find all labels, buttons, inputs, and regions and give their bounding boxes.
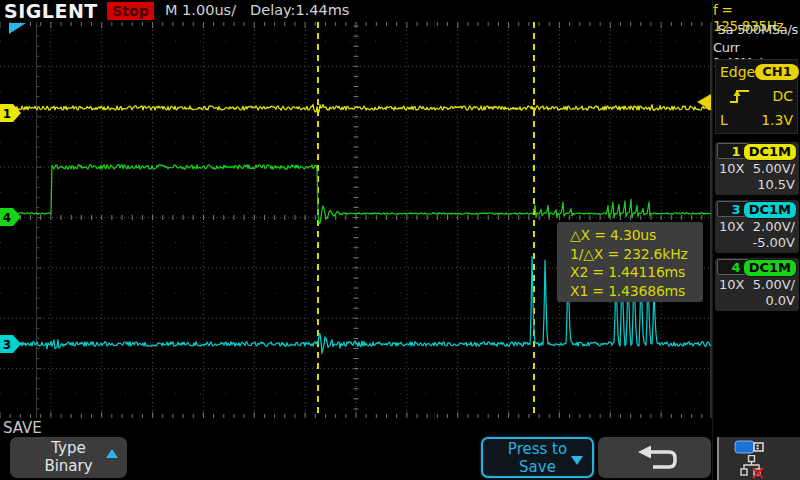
cursor-readout-panel: △X = 4.30us 1/△X = 232.6kHz X2 = 1.44116… (557, 222, 703, 302)
menu-return-button[interactable] (598, 437, 711, 478)
menu-down-arrow-icon (571, 456, 583, 465)
channel-3-info-box[interactable]: 3 DC1M 10X 2.00V/ -5.00V (715, 200, 799, 253)
ch4-offset-marker-label: 4 (3, 211, 11, 225)
trigger-level-value: 1.3V (761, 112, 793, 128)
channel-3-scale: 2.00V/ (753, 219, 795, 234)
cursor-x1: X1 = 1.43686ms (570, 282, 703, 301)
rising-edge-icon (728, 87, 752, 105)
press-to-save-button[interactable]: Press to Save (481, 437, 594, 478)
siglent-logo: SIGLENT (4, 0, 98, 22)
channel-1-probe: 10X (719, 161, 744, 176)
trigger-coupling-value: DC (772, 88, 793, 104)
usb-icon (734, 439, 766, 455)
channel-4-info-box[interactable]: 4 DC1M 10X 5.00V/ 0.0V (715, 258, 799, 311)
oscilloscope-screen: 143 SIGLENT Stop M 1.00us/Delay:1.44ms f… (0, 0, 800, 480)
channel-4-offset: 0.0V (765, 293, 795, 308)
run-state-badge: Stop (107, 2, 154, 20)
channel-3-probe: 10X (719, 219, 744, 234)
trigger-level-label: L (720, 112, 728, 128)
lan-disconnected-icon (740, 455, 772, 479)
bottom-menu-bar: SAVE Type Binary Press to Save (0, 418, 712, 480)
channel-1-scale: 5.00V/ (753, 161, 795, 176)
channel-1-coupling-badge: DC1M (743, 143, 797, 161)
channel-4-scale: 5.00V/ (753, 277, 795, 292)
channel-4-coupling-badge: DC1M (743, 259, 797, 277)
menu-up-arrow-icon (106, 449, 118, 458)
trigger-source-badge: CH1 (755, 64, 798, 80)
menu-title: SAVE (3, 419, 42, 437)
type-binary-button[interactable]: Type Binary (10, 437, 127, 478)
top-status-bar: SIGLENT Stop M 1.00us/Delay:1.44ms (0, 0, 712, 22)
ch1-offset-marker-label: 1 (3, 107, 11, 121)
timebase-value: M 1.00us/ (165, 2, 236, 18)
trigger-type-label: Edge (720, 64, 755, 80)
status-icons-panel (717, 437, 800, 480)
right-sidebar: f = 125.835Hz Sa 500MSa/s Curr 1.40Mpts … (712, 0, 800, 480)
channel-4-probe: 10X (719, 277, 744, 292)
type-button-value: Binary (10, 457, 127, 475)
channel-1-offset: 10.5V (757, 177, 795, 192)
timebase-readout: M 1.00us/Delay:1.44ms (165, 2, 363, 18)
cursor-inverse-delta-x: 1/△X = 232.6kHz (570, 245, 703, 264)
return-arrow-icon (629, 444, 681, 472)
sample-rate-readout: Sa 500MSa/s (718, 22, 798, 37)
channel-3-offset: -5.00V (752, 235, 795, 250)
ch3-offset-marker-label: 3 (3, 338, 11, 352)
channel-3-coupling-badge: DC1M (743, 201, 797, 219)
trigger-info-panel[interactable]: Edge CH1 DC L 1.3V (715, 59, 798, 134)
cursor-x2: X2 = 1.44116ms (570, 263, 703, 282)
delay-value: Delay:1.44ms (250, 2, 349, 18)
channel-1-info-box[interactable]: 1 DC1M 10X 5.00V/ 10.5V (715, 142, 799, 195)
trigger-delay-marker[interactable] (9, 23, 26, 34)
cursor-delta-x: △X = 4.30us (570, 226, 703, 245)
